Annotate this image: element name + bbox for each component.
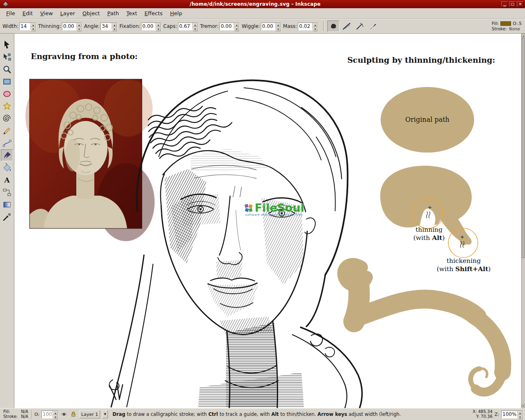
- opacity-input[interactable]: [42, 411, 52, 418]
- tool-zoom[interactable]: [1, 63, 13, 75]
- node-editor-icon: [2, 52, 12, 62]
- tremor-spinbox: ▲▼: [219, 23, 240, 30]
- wiggle-field: Wiggle: ▲▼: [242, 23, 281, 30]
- tool-text[interactable]: A: [1, 174, 13, 186]
- mass-label: Mass:: [283, 23, 297, 29]
- angle-spin-up[interactable]: ▲: [112, 23, 117, 27]
- layer-selector[interactable]: Layer 1: [79, 410, 100, 418]
- menu-view[interactable]: View: [37, 9, 57, 18]
- tool-style-indicator[interactable]: Fill: O:.5 Stroke: None: [492, 21, 523, 32]
- menu-object[interactable]: Object: [79, 9, 103, 18]
- tool-star[interactable]: [1, 100, 13, 112]
- thinning-input[interactable]: [62, 23, 76, 30]
- flourish-shape: [344, 265, 503, 392]
- current-layer-name: Layer 1: [81, 412, 98, 417]
- tool-defaults-button[interactable]: [367, 21, 379, 32]
- wiggle-spin-up[interactable]: ▲: [276, 23, 281, 27]
- tremor-spin-down[interactable]: ▼: [234, 27, 239, 31]
- zoom-input[interactable]: [502, 411, 517, 418]
- scroll-up-arrow[interactable]: ▲: [522, 34, 525, 38]
- fixation-spin-down[interactable]: ▼: [156, 27, 161, 31]
- rectangle-icon: [2, 77, 12, 87]
- fill-stroke-indicator[interactable]: Fill: N/A Stroke: N/A: [2, 409, 30, 419]
- tool-pen[interactable]: [1, 137, 13, 149]
- scroll-down-arrow[interactable]: ▼: [522, 404, 525, 408]
- menu-layer[interactable]: Layer: [57, 9, 79, 18]
- menu-file[interactable]: File: [2, 9, 19, 18]
- tool-connector[interactable]: [1, 186, 13, 198]
- opacity-spin-up[interactable]: ▲: [53, 411, 58, 415]
- fixation-input[interactable]: [142, 23, 155, 30]
- menu-path[interactable]: Path: [103, 9, 123, 18]
- status-hint: Drag to draw a calligraphic stroke; with…: [110, 411, 470, 417]
- tool-rectangle[interactable]: [1, 75, 13, 87]
- statusbar-separator: [32, 410, 32, 419]
- tool-paint-bucket[interactable]: [1, 162, 13, 173]
- wiggle-spin-down[interactable]: ▼: [276, 27, 281, 31]
- input-tilt-button[interactable]: [354, 21, 366, 32]
- fill-label: Fill:: [492, 21, 499, 26]
- stroke-value: None: [509, 26, 520, 32]
- scrollbar-thumb[interactable]: [522, 38, 525, 258]
- opacity-spin-down[interactable]: ▼: [53, 415, 58, 419]
- caps-spin-up[interactable]: ▲: [193, 23, 198, 27]
- stroke-preset-toggle[interactable]: [327, 21, 340, 32]
- mass-spin-down[interactable]: ▼: [313, 27, 317, 31]
- mass-spin-up[interactable]: ▲: [313, 23, 317, 27]
- status-fill-label: Fill:: [3, 409, 18, 414]
- layer-selector-dropdown[interactable]: ▼: [102, 410, 108, 418]
- tremor-spin-up[interactable]: ▲: [234, 23, 239, 27]
- menu-help[interactable]: Help: [167, 9, 186, 18]
- caps-spin-down[interactable]: ▼: [193, 27, 198, 31]
- eye-icon: [61, 411, 67, 418]
- pen-icon: [2, 138, 12, 148]
- menu-text[interactable]: Text: [123, 9, 141, 18]
- x-coordinate: 485.34: [478, 409, 493, 414]
- mass-input[interactable]: [298, 23, 312, 30]
- app-icon: [2, 1, 8, 7]
- vertical-scrollbar[interactable]: ▲ ▼: [521, 34, 525, 408]
- tool-spiral[interactable]: [1, 112, 13, 124]
- zoom-spinbox: ▲▼: [501, 411, 523, 418]
- thinning-label: Thinning:: [38, 23, 61, 29]
- scrollbar-track[interactable]: [522, 38, 525, 404]
- zoom-spin-up[interactable]: ▲: [518, 411, 523, 415]
- width-spin-up[interactable]: ▲: [31, 23, 36, 27]
- menu-effects[interactable]: Effects: [141, 9, 166, 18]
- status-fill-value: N/A: [21, 409, 28, 414]
- engraving-artwork: [109, 80, 362, 408]
- wiggle-input[interactable]: [261, 23, 275, 30]
- paint-bucket-icon: [2, 163, 12, 173]
- tool-gradient[interactable]: [1, 199, 13, 210]
- minimize-button[interactable]: ▁: [501, 1, 508, 7]
- toolbox: A: [0, 34, 14, 408]
- fixation-spin-up[interactable]: ▲: [156, 23, 161, 27]
- caps-input[interactable]: [178, 23, 192, 30]
- tool-ellipse[interactable]: [1, 88, 13, 100]
- width-input[interactable]: [20, 23, 30, 30]
- width-spin-down[interactable]: ▼: [31, 27, 36, 31]
- angle-input[interactable]: [101, 23, 112, 30]
- dropper-icon: [2, 212, 12, 222]
- maximize-button[interactable]: ▢: [509, 1, 516, 7]
- fill-swatch[interactable]: [500, 21, 511, 26]
- menu-edit[interactable]: Edit: [19, 9, 37, 18]
- tool-calligraphy[interactable]: [1, 149, 13, 161]
- close-button[interactable]: ✕: [517, 1, 524, 7]
- zoom-spin-down[interactable]: ▼: [518, 415, 523, 419]
- angle-spin-down[interactable]: ▼: [112, 27, 117, 31]
- star-icon: [2, 101, 12, 111]
- tool-selector[interactable]: [1, 39, 13, 50]
- canvas[interactable]: Engraving from a photo: Sculpting by thi…: [14, 34, 521, 408]
- tool-dropper[interactable]: [1, 211, 13, 223]
- layer-visibility-toggle[interactable]: [60, 411, 68, 418]
- tool-node-editor[interactable]: [1, 51, 13, 63]
- layer-lock-toggle[interactable]: [70, 411, 77, 418]
- fixation-field: Fixation: ▲▼: [119, 23, 161, 30]
- thinning-spin-up[interactable]: ▲: [77, 23, 82, 27]
- input-pressure-button[interactable]: [340, 21, 353, 32]
- titlebar[interactable]: /home/d/ink/screens/engraving.svg - Inks…: [0, 0, 525, 8]
- thinning-spin-down[interactable]: ▼: [77, 27, 82, 31]
- tool-pencil[interactable]: [1, 125, 13, 137]
- tremor-input[interactable]: [220, 23, 234, 30]
